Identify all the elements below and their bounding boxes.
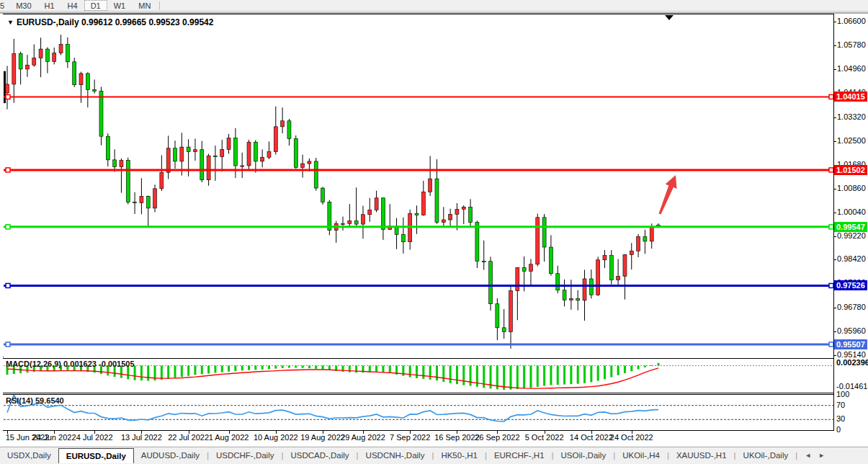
candle-body: [449, 214, 452, 220]
macd-histogram-bar: [550, 365, 552, 385]
period-button-MN[interactable]: MN: [132, 0, 157, 11]
period-button-H4[interactable]: H4: [61, 0, 84, 11]
candle-body: [59, 45, 63, 53]
period-button-W1[interactable]: W1: [107, 0, 133, 11]
macd-histogram-bar: [402, 365, 404, 375]
chart-tab-usdcnh-daily[interactable]: USDCNH-,Daily: [359, 447, 432, 463]
chart-tab-xauusd-h1[interactable]: XAUUSD-,H1: [669, 447, 734, 463]
hline-handle-1.04015[interactable]: [6, 94, 10, 99]
hline-handle-0.95507[interactable]: [6, 342, 10, 347]
candle-body: [187, 147, 190, 151]
macd-histogram-bar: [181, 365, 183, 377]
candle-body: [509, 291, 513, 332]
macd-histogram-bar: [389, 365, 391, 373]
up-arrow-annotation[interactable]: [659, 175, 677, 215]
macd-histogram-bar: [261, 365, 264, 369]
macd-histogram-bar: [557, 365, 559, 385]
candle-body: [368, 210, 372, 214]
price-chart-canvas[interactable]: [4, 14, 833, 357]
candle-body: [415, 213, 419, 215]
hline-handle-0.95507[interactable]: [829, 342, 833, 347]
hline-handle-0.97526[interactable]: [829, 283, 833, 287]
candle-body: [475, 223, 479, 262]
rsi-value: 59.6540: [35, 396, 64, 405]
chart-tab-eurusd-daily[interactable]: EURUSD-,Daily: [58, 448, 134, 463]
price-axis-tick-label: 0.98420: [837, 254, 866, 263]
hline-handle-1.01502[interactable]: [829, 168, 833, 172]
period-button-5[interactable]: 5: [0, 0, 9, 11]
hline-price-label: 0.97526: [834, 280, 867, 290]
period-button-H1[interactable]: H1: [38, 0, 61, 11]
macd-histogram-bar: [234, 365, 236, 371]
macd-histogram-bar: [295, 365, 297, 367]
candle-body: [603, 256, 607, 260]
hline-handle-0.97526[interactable]: [6, 283, 10, 287]
candle-body: [502, 328, 506, 332]
chart-tab-usdcad-daily[interactable]: USDCAD-,Daily: [283, 447, 356, 463]
rsi-indicator-canvas[interactable]: [4, 395, 833, 430]
macd-histogram-bar: [161, 365, 163, 380]
candle-body: [174, 148, 177, 161]
candle-body: [301, 164, 305, 167]
hline-handle-1.04015[interactable]: [829, 94, 833, 99]
candle-body: [166, 148, 170, 173]
candle-body: [274, 127, 277, 152]
candle-body: [401, 235, 405, 242]
price-axis-tick-mark: [833, 355, 836, 356]
chart-tab-usoil-daily[interactable]: USOil-,Daily: [554, 447, 614, 463]
chart-dropdown-icon[interactable]: ▼: [7, 19, 14, 26]
chart-tab-usdx-daily[interactable]: USDX,Daily: [0, 447, 58, 463]
candle-body: [254, 142, 257, 161]
period-button-M30[interactable]: M30: [9, 0, 37, 11]
candle-body: [6, 84, 9, 93]
chart-tab-audusd-daily[interactable]: AUDUSD-,Daily: [134, 447, 207, 463]
rsi-panel-bottom-border: [3, 430, 833, 431]
candle-body: [247, 142, 251, 166]
period-button-D1[interactable]: D1: [84, 0, 107, 11]
chart-tab-usdchf-daily[interactable]: USDCHF-,Daily: [209, 447, 282, 463]
price-axis-tick-label: 0.99220: [837, 231, 866, 240]
time-axis-label: 24 Jun 2022: [32, 433, 76, 442]
chart-tab-eurchf-h1[interactable]: EURCHF-,H1: [487, 447, 552, 463]
macd-histogram-bar: [221, 365, 223, 372]
macd-histogram-bar: [510, 365, 512, 389]
tab-scroll-right-icon[interactable]: ►: [818, 452, 825, 459]
candle-body: [617, 276, 620, 280]
time-axis-label: 22 Jul 2022: [168, 433, 209, 442]
price-axis-tick-label: 1.00860: [837, 184, 866, 192]
hline-handle-1.01502[interactable]: [6, 168, 10, 172]
price-axis-tick-label: 1.06600: [837, 17, 866, 25]
macd-histogram-bar: [442, 365, 444, 381]
candle-body: [623, 254, 627, 276]
candle-body: [482, 261, 486, 262]
macd-histogram-bar: [228, 365, 230, 371]
price-axis-tick-label: 1.04960: [837, 64, 866, 73]
chart-shift-marker-icon: [665, 15, 674, 20]
time-axis-label: 24 Oct 2022: [610, 433, 653, 442]
chart-ohlc-values: 0.99612 0.99665 0.99523 0.99542: [81, 17, 214, 27]
hline-price-label: 1.01502: [834, 165, 867, 175]
hline-price-label: 0.99547: [834, 222, 867, 232]
chart-tab-ukoil-daily[interactable]: UKOil-,Daily: [736, 447, 796, 463]
macd-histogram-bar: [308, 365, 310, 368]
macd-panel-bottom-border[interactable]: [3, 393, 833, 393]
macd-histogram-bar: [302, 365, 304, 367]
macd-histogram-bar: [375, 365, 377, 372]
candle-body: [120, 161, 123, 167]
macd-histogram-bar: [241, 365, 243, 370]
rsi-axis-label-100: 100: [836, 390, 849, 398]
tab-scroll-left-icon[interactable]: ◄: [805, 452, 811, 459]
chart-tab-ukoil-h4[interactable]: UKOil-,H4: [615, 447, 667, 463]
macd-histogram-bar: [590, 365, 592, 382]
hline-handle-0.99547[interactable]: [6, 225, 10, 229]
price-axis-tick-label: 0.95140: [837, 350, 866, 359]
price-axis-tick-mark: [833, 117, 836, 118]
chart-tab-hk50-h1[interactable]: HK50-,H1: [434, 447, 485, 463]
hline-handle-0.99547[interactable]: [829, 225, 833, 229]
macd-histogram-bar: [503, 365, 505, 389]
rsi-label: RSI(14) 59.6540: [6, 396, 64, 405]
macd-name: MACD(12,26,9): [6, 360, 61, 368]
candle-body: [609, 256, 613, 280]
candle-body: [220, 149, 224, 156]
macd-histogram-bar: [382, 365, 384, 372]
